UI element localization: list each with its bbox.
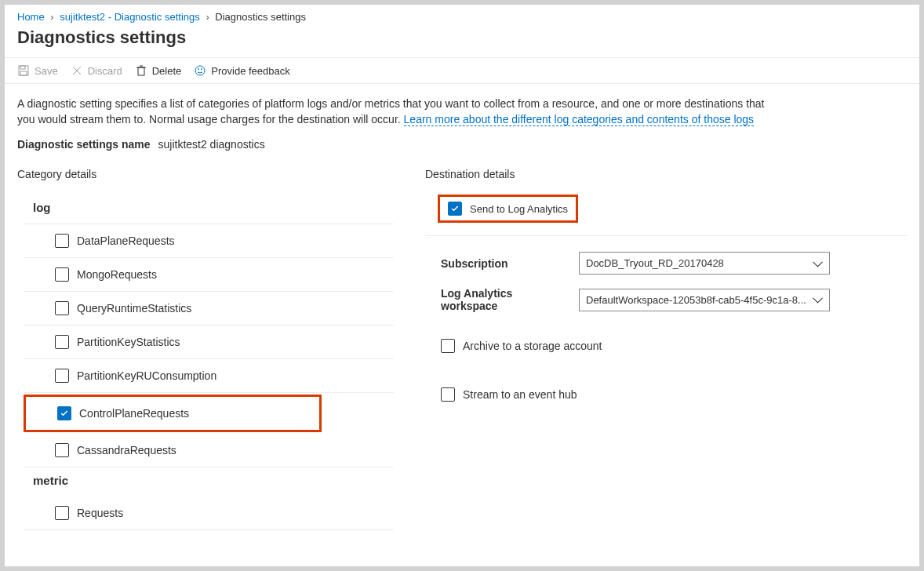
category-row: DataPlaneRequests <box>24 224 394 258</box>
save-icon <box>17 64 30 77</box>
breadcrumb-home[interactable]: Home <box>17 11 45 23</box>
delete-button[interactable]: Delete <box>135 64 182 77</box>
svg-point-10 <box>202 69 202 70</box>
checkbox-partitionkeyruconsumption[interactable] <box>55 369 69 383</box>
workspace-select[interactable]: DefaultWorkspace-12053b8f-cab5-4f5c-9c1a… <box>579 289 830 311</box>
checkbox-partitionkeystatistics[interactable] <box>55 335 69 349</box>
setting-name-value: sujitktest2 diagnostics <box>158 138 264 151</box>
category-row-highlighted: ControlPlaneRequests <box>24 395 322 432</box>
category-label: MongoRequests <box>77 268 157 281</box>
category-label: ControlPlaneRequests <box>79 407 189 420</box>
checkbox-archive-storage[interactable] <box>441 339 455 353</box>
delete-label: Delete <box>152 65 182 77</box>
category-label: PartitionKeyRUConsumption <box>77 369 216 382</box>
feedback-label: Provide feedback <box>211 65 289 77</box>
save-label: Save <box>35 65 58 77</box>
category-label: CassandraRequests <box>77 444 176 456</box>
breadcrumb-item-1[interactable]: sujitktest2 - Diagnostic settings <box>60 11 199 23</box>
svg-rect-5 <box>138 67 144 75</box>
category-label: Requests <box>77 507 123 519</box>
breadcrumb-current: Diagnostics settings <box>215 11 306 23</box>
category-label: DataPlaneRequests <box>77 235 175 247</box>
checkbox-dataplanerequests[interactable] <box>55 234 69 248</box>
destination-details-header: Destination details <box>425 168 907 180</box>
checkbox-queryruntimestatistics[interactable] <box>55 301 69 315</box>
svg-point-8 <box>195 66 205 75</box>
subscription-label: Subscription <box>441 257 566 270</box>
intro-text: A diagnostic setting specifies a list of… <box>17 96 770 127</box>
category-row: PartitionKeyStatistics <box>24 326 394 359</box>
svg-point-9 <box>198 69 199 70</box>
toolbar: Save Discard Delete Provide feedback <box>5 57 919 84</box>
breadcrumb: Home › sujitktest2 - Diagnostic settings… <box>5 5 919 23</box>
category-row: CassandraRequests <box>24 434 394 467</box>
checkbox-send-log-analytics[interactable] <box>448 202 462 216</box>
setting-name-row: Diagnostic settings name sujitktest2 dia… <box>17 138 907 151</box>
check-icon <box>450 204 460 213</box>
checkbox-cassandrarequests[interactable] <box>55 443 69 457</box>
event-hub-label: Stream to an event hub <box>463 388 577 401</box>
checkbox-controlplanerequests[interactable] <box>57 406 71 420</box>
category-label: PartitionKeyStatistics <box>77 336 180 348</box>
chevron-right-icon: › <box>50 11 53 23</box>
checkbox-mongorequests[interactable] <box>55 267 69 282</box>
category-row: PartitionKeyRUConsumption <box>24 359 394 393</box>
discard-label: Discard <box>88 65 122 77</box>
send-log-analytics-label: Send to Log Analytics <box>470 203 568 215</box>
check-icon <box>60 409 69 418</box>
archive-storage-label: Archive to a storage account <box>463 340 602 352</box>
chevron-right-icon: › <box>206 11 209 23</box>
page-title: Diagnostics settings <box>5 23 919 57</box>
close-icon <box>71 64 83 77</box>
discard-button[interactable]: Discard <box>71 64 122 77</box>
checkbox-event-hub[interactable] <box>441 387 455 402</box>
checkbox-requests[interactable] <box>55 506 69 520</box>
save-button[interactable]: Save <box>17 64 58 77</box>
category-row: Requests <box>24 496 394 530</box>
smiley-icon <box>194 64 206 77</box>
category-details-header: Category details <box>17 168 394 180</box>
trash-icon <box>135 64 147 77</box>
group-log-header: log <box>24 195 394 224</box>
workspace-row: Log Analytics workspace DefaultWorkspace… <box>425 281 907 318</box>
group-metric-header: metric <box>24 467 394 496</box>
learn-more-link[interactable]: Learn more about the different log categ… <box>404 113 754 126</box>
category-label: QueryRuntimeStatistics <box>77 302 191 315</box>
send-log-analytics-highlight: Send to Log Analytics <box>438 195 578 223</box>
svg-rect-1 <box>20 66 25 69</box>
category-row: MongoRequests <box>24 258 394 292</box>
setting-name-label: Diagnostic settings name <box>17 138 151 151</box>
workspace-label: Log Analytics workspace <box>441 287 566 312</box>
feedback-button[interactable]: Provide feedback <box>194 64 289 77</box>
category-row: QueryRuntimeStatistics <box>24 292 394 326</box>
subscription-select[interactable]: DocDB_Tryout_RD_20170428 <box>579 252 830 275</box>
subscription-row: Subscription DocDB_Tryout_RD_20170428 <box>425 245 907 281</box>
svg-rect-2 <box>20 71 27 75</box>
